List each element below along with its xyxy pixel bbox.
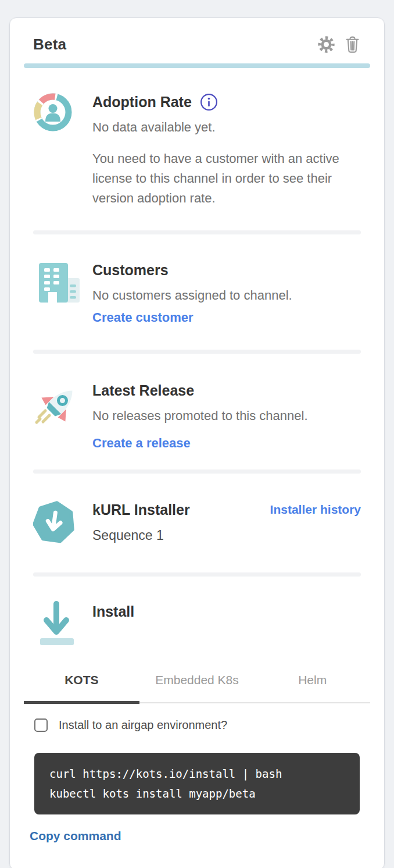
install-title: Install xyxy=(92,601,361,622)
airgap-checkbox[interactable] xyxy=(34,718,48,732)
create-customer-link[interactable]: Create customer xyxy=(92,308,194,327)
copy-command-link[interactable]: Copy command xyxy=(30,829,121,843)
adoption-rate-title: Adoption Rate xyxy=(92,91,192,112)
tab-kots[interactable]: KOTS xyxy=(24,667,139,704)
customers-title: Customers xyxy=(92,259,361,280)
section-install: Install xyxy=(24,597,370,654)
page-background: Beta xyxy=(0,0,394,868)
card-header: Beta xyxy=(24,31,370,54)
kurl-installer-icon xyxy=(33,499,92,547)
install-tabs: KOTS Embedded K8s Helm xyxy=(24,667,370,703)
tab-embedded-k8s[interactable]: Embedded K8s xyxy=(139,667,255,702)
delete-button[interactable] xyxy=(344,35,361,54)
tab-helm[interactable]: Helm xyxy=(255,667,370,702)
latest-release-title: Latest Release xyxy=(92,380,361,401)
info-icon[interactable] xyxy=(200,93,218,111)
rocket-icon xyxy=(33,380,92,453)
section-customers: Customers No customers assigned to chann… xyxy=(24,259,370,327)
section-divider xyxy=(33,469,361,474)
download-icon xyxy=(33,597,92,654)
airgap-option[interactable]: Install to an airgap environment? xyxy=(34,718,370,732)
settings-button[interactable] xyxy=(317,35,335,54)
customers-icon xyxy=(33,259,92,327)
section-adoption-rate: Adoption Rate No data available yet. You… xyxy=(24,91,370,208)
installer-history-link[interactable]: Installer history xyxy=(270,499,361,520)
channel-card: Beta xyxy=(9,17,385,868)
adoption-rate-icon xyxy=(33,91,92,208)
channel-title: Beta xyxy=(33,35,66,54)
create-release-link[interactable]: Create a release xyxy=(92,434,191,453)
gear-icon xyxy=(317,47,335,55)
section-latest-release: Latest Release No releases promoted to t… xyxy=(24,380,370,453)
trash-icon xyxy=(344,47,361,55)
section-divider xyxy=(33,572,361,577)
airgap-label: Install to an airgap environment? xyxy=(59,718,227,732)
install-command-block: curl https://kots.io/install | bash kube… xyxy=(34,753,360,814)
section-kurl-installer: kURL Installer Installer history Sequenc… xyxy=(24,499,370,547)
adoption-rate-empty-text: No data available yet. xyxy=(92,118,361,137)
customers-empty-text: No customers assigned to channel. xyxy=(92,286,361,305)
installer-sequence: Sequence 1 xyxy=(92,525,361,545)
kurl-installer-title: kURL Installer xyxy=(92,499,190,520)
latest-release-empty-text: No releases promoted to this channel. xyxy=(92,407,361,425)
channel-accent-bar xyxy=(24,63,370,68)
section-divider xyxy=(33,230,361,234)
header-actions xyxy=(317,35,361,54)
adoption-rate-description: You need to have a customer with an acti… xyxy=(92,149,361,208)
section-divider xyxy=(33,350,361,354)
install-command-text: curl https://kots.io/install | bash kube… xyxy=(49,764,345,803)
